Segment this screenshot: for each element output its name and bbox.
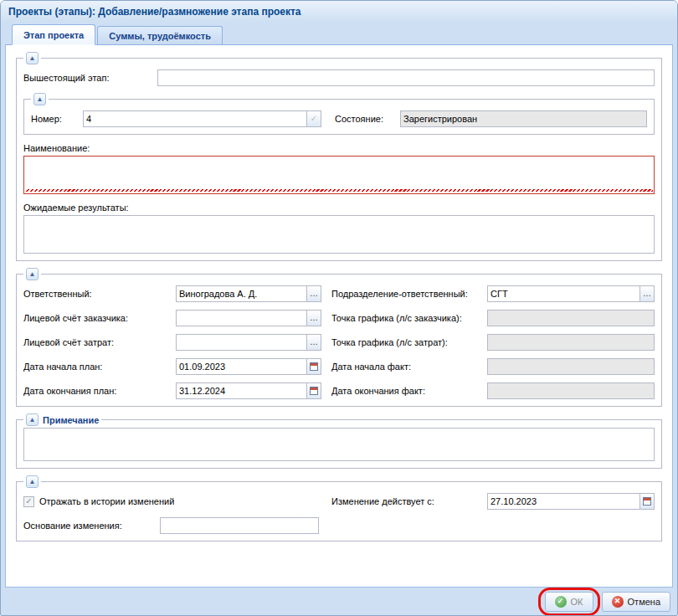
responsible-label: Ответственный: <box>23 289 176 299</box>
date-end-plan-label: Дата окончания план: <box>23 386 176 396</box>
date-start-plan-label: Дата начала план: <box>23 362 176 372</box>
calendar-icon <box>643 497 651 506</box>
customer-account-label: Лицевой счёт заказчика: <box>23 313 176 323</box>
state-label: Состояние: <box>335 114 400 124</box>
name-field-wrap <box>23 156 655 194</box>
change-date-input[interactable] <box>487 493 640 510</box>
fieldset-number-state: ▲ Номер: ✓ Состояние: <box>23 93 655 135</box>
name-label: Наименование: <box>23 143 655 153</box>
costs-account-input[interactable] <box>176 334 307 351</box>
expected-results-label: Ожидаемые результаты: <box>23 203 655 213</box>
fieldset-general: ▲ Вышестоящий этап: ▲ Номер: ✓ <box>16 52 662 261</box>
department-lookup-button[interactable]: … <box>640 285 655 302</box>
collapse-icon-general[interactable]: ▲ <box>26 52 39 64</box>
ok-button[interactable]: ✓ ОК <box>545 592 593 612</box>
schedule-point-customer-label: Точка графика (л/с заказчика): <box>331 313 487 323</box>
calendar-icon <box>310 362 318 371</box>
customer-account-input[interactable] <box>176 310 307 326</box>
schedule-point-customer-input <box>487 310 655 326</box>
date-end-plan-calendar-button[interactable] <box>307 382 321 399</box>
change-reason-label: Основание изменения: <box>23 521 160 531</box>
date-end-fact-input <box>487 382 655 399</box>
state-input <box>400 110 647 127</box>
fieldset-details: ▲ Ответственный: … Подразделение-ответст… <box>16 268 662 407</box>
cancel-x-icon: ✕ <box>612 596 624 608</box>
date-end-fact-label: Дата окончания факт: <box>331 386 487 396</box>
ellipsis-icon: … <box>643 290 651 298</box>
ellipsis-icon: … <box>310 338 318 346</box>
collapse-icon-number[interactable]: ▲ <box>33 93 46 105</box>
tab-stage-label: Этап проекта <box>23 30 84 40</box>
costs-account-label: Лицевой счёт затрат: <box>23 337 176 347</box>
number-input[interactable] <box>83 110 307 127</box>
tab-sums-label: Суммы, трудоёмкость <box>109 31 211 41</box>
check-icon: ✓ <box>311 115 317 123</box>
department-input[interactable] <box>487 285 640 302</box>
tab-stage[interactable]: Этап проекта <box>12 24 95 45</box>
collapse-icon-details[interactable]: ▲ <box>26 268 39 280</box>
department-label: Подразделение-ответственный: <box>331 289 487 299</box>
form-panel: ▲ Вышестоящий этап: ▲ Номер: ✓ <box>5 45 673 588</box>
change-date-label: Изменение действует с: <box>331 496 487 506</box>
date-start-plan-input[interactable] <box>176 358 307 375</box>
ok-button-label: ОК <box>571 597 583 607</box>
ok-check-icon: ✓ <box>555 596 567 608</box>
fieldset-history: ▲ ✓ Отражать в истории изменений Изменен… <box>16 475 662 542</box>
responsible-lookup-button[interactable]: … <box>307 285 321 302</box>
collapse-icon-note[interactable]: ▲ <box>26 413 39 426</box>
tab-sums[interactable]: Суммы, трудоёмкость <box>97 26 223 44</box>
expected-results-textarea[interactable] <box>23 215 655 254</box>
ellipsis-icon: … <box>310 290 318 298</box>
change-date-calendar-button[interactable] <box>640 493 655 510</box>
schedule-point-costs-label: Точка графика (л/с затрат): <box>331 337 487 347</box>
date-end-plan-input[interactable] <box>176 382 307 399</box>
cancel-button-label: Отмена <box>628 597 660 607</box>
name-textarea[interactable] <box>23 156 655 194</box>
collapse-icon-history[interactable]: ▲ <box>26 475 39 488</box>
parent-stage-input[interactable] <box>157 69 655 86</box>
customer-account-lookup-button[interactable]: … <box>307 310 321 326</box>
ellipsis-icon: … <box>310 314 318 322</box>
date-start-plan-calendar-button[interactable] <box>307 358 321 375</box>
window-titlebar: Проекты (этапы): Добавление/размножение … <box>1 1 677 23</box>
calendar-icon <box>310 387 318 395</box>
cancel-button[interactable]: ✕ Отмена <box>602 592 670 612</box>
parent-stage-label: Вышестоящий этап: <box>23 73 157 83</box>
fieldset-note: ▲ Примечание <box>16 413 662 469</box>
window-title: Проекты (этапы): Добавление/размножение … <box>8 6 301 18</box>
note-textarea[interactable] <box>23 428 655 461</box>
note-legend: Примечание <box>43 415 99 425</box>
change-reason-input[interactable] <box>160 517 319 534</box>
tab-strip: Этап проекта Суммы, трудоёмкость <box>5 23 673 45</box>
number-label: Номер: <box>31 114 83 124</box>
history-checkbox-label: Отражать в истории изменений <box>39 496 174 506</box>
number-trigger-button: ✓ <box>307 110 321 127</box>
date-start-fact-label: Дата начала факт: <box>331 362 487 372</box>
date-start-fact-input <box>487 358 655 375</box>
footer-toolbar: ✓ ОК ✕ Отмена <box>1 588 677 615</box>
costs-account-lookup-button[interactable]: … <box>307 334 321 351</box>
history-checkbox: ✓ <box>23 496 34 507</box>
responsible-input[interactable] <box>176 285 307 302</box>
schedule-point-costs-input <box>487 334 655 351</box>
dialog-window: Проекты (этапы): Добавление/размножение … <box>0 0 678 616</box>
